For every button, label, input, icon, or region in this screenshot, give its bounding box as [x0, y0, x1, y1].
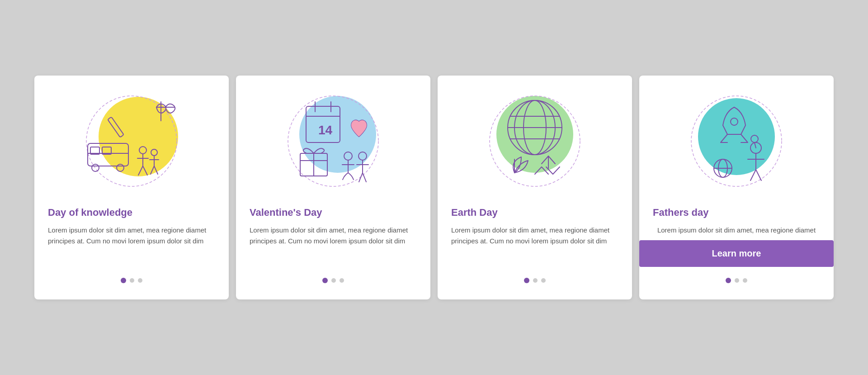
- card-dots-valentines: [322, 278, 344, 283]
- card-dots-fathers: [726, 278, 747, 283]
- cards-container: Day of knowledge Lorem ipsum dolor sit d…: [16, 57, 852, 318]
- card-dots-earth: [524, 278, 546, 283]
- svg-line-37: [359, 173, 363, 182]
- dot-3[interactable]: [340, 278, 344, 283]
- dot-1[interactable]: [524, 278, 529, 283]
- dot-1[interactable]: [121, 278, 126, 283]
- dot-3[interactable]: [138, 278, 142, 283]
- dot-2[interactable]: [331, 278, 336, 283]
- dot-2[interactable]: [735, 278, 739, 283]
- svg-point-48: [698, 98, 775, 175]
- illustration-fathers: [639, 76, 834, 202]
- card-body-valentines: Lorem ipsum dolor sit dim amet, mea regi…: [250, 225, 417, 267]
- learn-more-button[interactable]: Learn more: [639, 240, 834, 267]
- svg-point-39: [496, 96, 573, 173]
- learn-more-wrapper: Learn more: [639, 240, 834, 267]
- card-title-earth: Earth Day: [451, 207, 618, 218]
- card-title-fathers: Fathers day: [653, 207, 820, 218]
- dot-3[interactable]: [743, 278, 747, 283]
- svg-line-55: [756, 170, 761, 180]
- card-title-valentines: Valentine's Day: [250, 207, 417, 218]
- dot-1[interactable]: [726, 278, 731, 283]
- dot-3[interactable]: [541, 278, 546, 283]
- card-body-knowledge: Lorem ipsum dolor sit dim amet, mea regi…: [48, 225, 215, 267]
- illustration-valentines: 14: [236, 76, 430, 202]
- card-body-earth: Lorem ipsum dolor sit dim amet, mea regi…: [451, 225, 618, 267]
- card-title-knowledge: Day of knowledge: [48, 207, 215, 218]
- card-valentines: 14: [236, 76, 430, 299]
- dot-2[interactable]: [130, 278, 134, 283]
- svg-point-21: [299, 96, 376, 173]
- dot-2[interactable]: [533, 278, 538, 283]
- svg-text:14: 14: [318, 123, 333, 137]
- illustration-earth: [438, 76, 632, 202]
- card-earth: Earth Day Lorem ipsum dolor sit dim amet…: [438, 76, 632, 299]
- card-fathers: Fathers day Lorem ipsum dolor sit dim am…: [639, 76, 834, 299]
- illustration-knowledge: [34, 76, 229, 202]
- card-body-fathers: Lorem ipsum dolor sit dim amet, mea regi…: [657, 225, 816, 236]
- card-dots-knowledge: [121, 278, 142, 283]
- card-knowledge: Day of knowledge Lorem ipsum dolor sit d…: [34, 76, 229, 299]
- dot-1[interactable]: [322, 278, 328, 283]
